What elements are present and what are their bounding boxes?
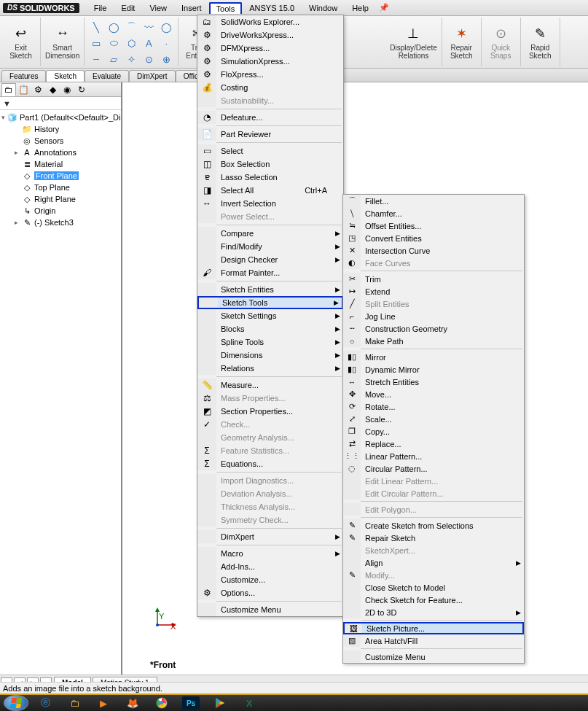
misc1-icon[interactable]: ✧ <box>122 54 140 65</box>
tree-node-sensors[interactable]: ◎Sensors <box>0 135 121 147</box>
menu-item-solidworks-explorer-[interactable]: 🗂SolidWorks Explorer... <box>197 15 343 28</box>
config-tab-icon[interactable]: ⚙ <box>31 83 45 96</box>
menu-item-sketch-entities[interactable]: Sketch Entities▶ <box>197 283 343 296</box>
submenu-item-copy-[interactable]: ❐Copy... <box>343 425 524 438</box>
line-tool-icon[interactable]: ╲ <box>87 22 105 33</box>
dimxpert-tab-icon[interactable]: ◆ <box>45 83 60 96</box>
submenu-item-replace-[interactable]: ⇄Replace... <box>343 438 524 450</box>
start-button[interactable] <box>1 695 31 711</box>
menu-tools[interactable]: Tools <box>209 2 243 14</box>
smart-dimension-button[interactable]: ↔ Smart Dimension <box>41 18 85 66</box>
tree-node-right-plane[interactable]: ◇Right Plane <box>0 193 121 205</box>
menu-insert[interactable]: Insert <box>174 1 209 15</box>
submenu-item-mirror[interactable]: ▮▯Mirror <box>343 351 524 363</box>
submenu-item-customize-menu[interactable]: Customize Menu <box>343 650 524 663</box>
menu-item-dfmxpress-[interactable]: ⚙DFMXpress... <box>197 42 343 55</box>
tree-node-history[interactable]: 📁History <box>0 123 121 135</box>
menu-item-defeature-[interactable]: ◔Defeature... <box>197 111 343 124</box>
menu-item-dimensions[interactable]: Dimensions▶ <box>197 349 343 362</box>
submenu-item-fillet-[interactable]: ⌒Fillet... <box>343 195 524 207</box>
menu-item-relations[interactable]: Relations▶ <box>197 362 343 375</box>
display-relations-button[interactable]: ⊥ Display/Delete Relations <box>385 18 442 66</box>
point-tool-icon[interactable]: · <box>157 38 175 49</box>
menu-item-options-[interactable]: ⚙Options... <box>197 586 343 599</box>
menu-item-equations-[interactable]: ΣEquations... <box>197 457 343 470</box>
menu-item-driveworksxpress-[interactable]: ⚙DriveWorksXpress... <box>197 28 343 42</box>
submenu-item-make-path[interactable]: ○Make Path <box>343 335 524 347</box>
menu-item-box-selection[interactable]: ◫Box Selection <box>197 158 343 171</box>
menu-view[interactable]: View <box>142 1 174 15</box>
submenu-item-close-sketch-to-model[interactable]: Close Sketch to Model <box>343 581 524 594</box>
taskbar-excel-icon[interactable]: X <box>235 695 264 711</box>
menu-item-select-all[interactable]: ◨Select AllCtrl+A <box>197 184 343 197</box>
submenu-item-extend[interactable]: ↦Extend <box>343 285 524 298</box>
tree-root[interactable]: ▾ 🧊 Part1 (Default<<Default>_Disp <box>0 112 121 123</box>
pin-icon[interactable]: 📌 <box>379 3 389 12</box>
tree-node-top-plane[interactable]: ◇Top Plane <box>0 182 121 193</box>
menu-edit[interactable]: Edit <box>114 1 142 15</box>
menu-item-invert-selection[interactable]: ↔Invert Selection <box>197 197 343 210</box>
menu-help[interactable]: Help <box>345 1 376 15</box>
rebuild-tab-icon[interactable]: ↻ <box>74 83 89 96</box>
menu-item-customize-menu[interactable]: Customize Menu <box>197 603 343 616</box>
submenu-item-create-sketch-from-selections[interactable]: ✎Create Sketch from Selections <box>343 519 524 532</box>
menu-window[interactable]: Window <box>302 1 345 15</box>
submenu-item-linear-pattern-[interactable]: ⋮⋮Linear Pattern... <box>343 450 524 462</box>
menu-item-spline-tools[interactable]: Spline Tools▶ <box>197 335 343 349</box>
taskbar-photoshop-icon[interactable]: Ps <box>182 696 200 710</box>
taskbar-explorer-icon[interactable]: 🗀 <box>60 695 89 711</box>
menu-item-format-painter-[interactable]: 🖌Format Painter... <box>197 266 343 279</box>
text-tool-icon[interactable]: A <box>140 38 157 49</box>
property-tab-icon[interactable]: 📋 <box>16 83 31 96</box>
menu-item-sketch-tools[interactable]: Sketch Tools▶ <box>197 296 343 309</box>
menu-item-lasso-selection[interactable]: ɐLasso Selection <box>197 171 343 184</box>
menu-ansys[interactable]: ANSYS 15.0 <box>242 1 302 15</box>
expand-icon[interactable]: ▸ <box>13 149 20 156</box>
slot-tool-icon[interactable]: ⬭ <box>105 37 122 49</box>
submenu-item-sketch-picture-[interactable]: 🖼Sketch Picture... <box>343 622 524 634</box>
spline-tool-icon[interactable]: 〰 <box>140 22 157 33</box>
menu-item-blocks[interactable]: Blocks▶ <box>197 322 343 335</box>
submenu-item-construction-geometry[interactable]: ╌Construction Geometry <box>343 322 524 335</box>
circle-tool-icon[interactable]: ◯ <box>105 22 122 33</box>
tree-node-origin[interactable]: ↳Origin <box>0 205 121 217</box>
tab-sketch[interactable]: Sketch <box>46 70 85 82</box>
exit-sketch-button[interactable]: ↩ Exit Sketch <box>1 18 41 66</box>
submenu-item-dynamic-mirror[interactable]: ▮▯Dynamic Mirror <box>343 363 524 376</box>
taskbar-chrome-icon[interactable] <box>147 695 176 711</box>
submenu-item-circular-pattern-[interactable]: ◌Circular Pattern... <box>343 462 524 475</box>
menu-item-add-ins-[interactable]: Add-Ins... <box>197 560 343 573</box>
submenu-item-area-hatch-fill[interactable]: ▨Area Hatch/Fill <box>343 634 524 647</box>
tree-node-front-plane[interactable]: ◇Front Plane <box>0 170 121 182</box>
submenu-item-align[interactable]: Align▶ <box>343 556 524 569</box>
menu-item-design-checker[interactable]: Design Checker▶ <box>197 253 343 266</box>
plane-tool-icon[interactable]: ▱ <box>105 54 122 65</box>
submenu-item-scale-[interactable]: ⤢Scale... <box>343 413 524 425</box>
menu-item-sketch-settings[interactable]: Sketch Settings▶ <box>197 309 343 322</box>
submenu-item-trim[interactable]: ✂Trim <box>343 273 524 285</box>
menu-item-select[interactable]: ▭Select <box>197 144 343 158</box>
menu-item-find-modify[interactable]: Find/Modify▶ <box>197 240 343 253</box>
menu-file[interactable]: File <box>87 1 114 15</box>
menu-item-macro[interactable]: Macro▶ <box>197 547 343 560</box>
tab-evaluate[interactable]: Evaluate <box>85 70 129 82</box>
submenu-item-2d-to-3d[interactable]: 2D to 3D▶ <box>343 606 524 618</box>
feature-tree-tab-icon[interactable]: 🗀 <box>1 83 16 96</box>
taskbar-play-icon[interactable] <box>205 695 235 711</box>
taskbar-media-icon[interactable]: ▶ <box>89 695 118 711</box>
expand-icon[interactable]: ▸ <box>13 219 20 226</box>
menu-item-dimxpert[interactable]: DimXpert▶ <box>197 530 343 543</box>
tab-dimxpert[interactable]: DimXpert <box>129 70 176 82</box>
submenu-item-chamfer-[interactable]: ⧹Chamfer... <box>343 207 524 219</box>
tab-features[interactable]: Features <box>1 70 46 82</box>
submenu-item-move-[interactable]: ✥Move... <box>343 388 524 400</box>
tree-node--sketch3[interactable]: ▸✎(-) Sketch3 <box>0 217 121 228</box>
menu-item-floxpress-[interactable]: ⚙FloXpress... <box>197 68 343 81</box>
menu-item-customize-[interactable]: Customize... <box>197 573 343 586</box>
tree-node-annotations[interactable]: ▸AAnnotations <box>0 147 121 158</box>
submenu-item-check-sketch-for-feature-[interactable]: Check Sketch for Feature... <box>343 594 524 606</box>
menu-item-section-properties-[interactable]: ◩Section Properties... <box>197 405 343 418</box>
menu-item-simulationxpress-[interactable]: ⚙SimulationXpress... <box>197 55 343 68</box>
repair-sketch-button[interactable]: ✶ Repair Sketch <box>442 18 482 66</box>
submenu-item-intersection-curve[interactable]: ✕Intersection Curve <box>343 244 524 257</box>
